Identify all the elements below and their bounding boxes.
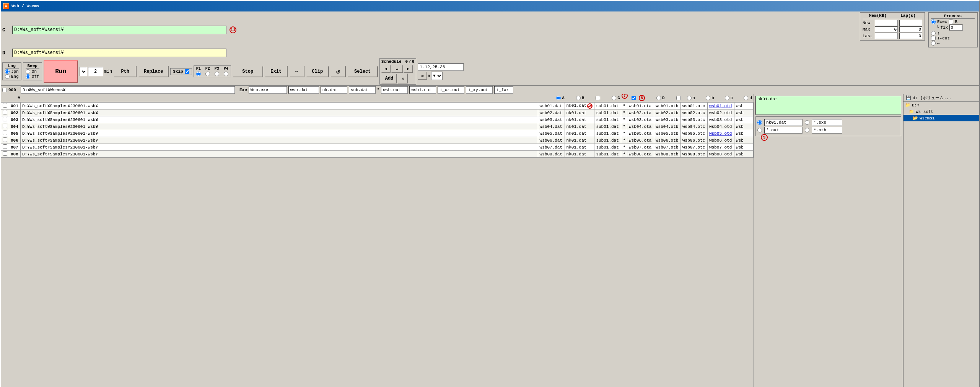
now-mem[interactable]	[875, 20, 898, 26]
run-button[interactable]: Run	[44, 60, 78, 83]
row-check-002[interactable]	[3, 110, 7, 114]
filter1-input2[interactable]	[812, 119, 842, 126]
tree-item-wsems[interactable]: 📂 Wsems1	[903, 115, 979, 121]
path-d-label: D	[2, 50, 9, 56]
filter-row-2	[757, 127, 899, 134]
c-label-h: C	[617, 96, 620, 100]
max-mem[interactable]	[875, 26, 898, 33]
range-dropdown[interactable]: ▼	[431, 72, 443, 80]
proc-radio3[interactable]	[931, 41, 936, 46]
stop-button[interactable]: Stop	[233, 66, 263, 77]
row-check-007[interactable]	[3, 144, 7, 149]
beep-on-radio[interactable]	[26, 69, 30, 74]
min-input[interactable]	[88, 67, 103, 76]
filter1-input1[interactable]	[764, 119, 803, 126]
path-d-input[interactable]	[12, 49, 226, 57]
table-area: # A B	[1, 94, 754, 387]
add-button[interactable]: Add	[381, 73, 397, 83]
p2-radio[interactable]	[205, 72, 210, 76]
filter2-radio2[interactable]	[805, 128, 809, 132]
clip-button[interactable]: Clip	[306, 66, 329, 77]
max-lap[interactable]	[899, 26, 922, 33]
tcut-check[interactable]	[931, 36, 936, 41]
out3-000[interactable]	[438, 86, 464, 94]
row-check-001[interactable]	[3, 103, 7, 108]
last-lap[interactable]	[899, 33, 922, 39]
exe-path-input[interactable]	[21, 86, 235, 94]
schedule-box: Schedule 0 / 0 ◄ ↵ ► Add ✕	[379, 58, 417, 85]
b-checkbox[interactable]	[949, 20, 953, 24]
select-button[interactable]: Select	[347, 66, 378, 77]
refresh-button[interactable]: ↺	[330, 66, 346, 77]
row-check-008[interactable]	[3, 151, 7, 156]
filter2-input2[interactable]	[812, 127, 842, 134]
abcd-lower-radios: a b c d	[687, 96, 752, 100]
a-radio[interactable]	[556, 96, 561, 100]
replace-button[interactable]: Replace	[138, 66, 169, 77]
beep-off-radio[interactable]	[26, 74, 30, 79]
out2-000[interactable]	[409, 86, 436, 94]
out5-000[interactable]	[494, 86, 513, 94]
wsb-dat-000[interactable]	[288, 86, 319, 94]
folder-wsems-icon: 📂	[913, 116, 918, 121]
link-cell[interactable]: wsb05.otd	[709, 131, 732, 136]
swap-button[interactable]: ⇄	[418, 72, 427, 80]
schedule-val1: 0	[405, 59, 408, 64]
jpn-radio[interactable]	[5, 69, 10, 74]
exe-input[interactable]	[249, 86, 287, 94]
eng-radio[interactable]	[5, 74, 10, 79]
tree-item-wssoft[interactable]: 📁 Ws_soft	[903, 108, 979, 115]
exec-radio[interactable]	[931, 20, 936, 24]
b-radio[interactable]	[576, 96, 581, 100]
fix-input[interactable]	[949, 24, 963, 31]
proc-radio2[interactable]	[931, 31, 936, 36]
data-table: 001 D:¥Ws_soft¥Samples¥230601-wsb¥ wsb01…	[1, 102, 754, 158]
tcut-label: T-cut	[937, 36, 950, 41]
now-lap[interactable]	[899, 20, 922, 26]
path-c-input[interactable]	[12, 26, 226, 34]
d-radio[interactable]	[656, 96, 661, 100]
c-radio[interactable]	[612, 96, 616, 100]
sched-left-button[interactable]: ◄	[381, 65, 391, 73]
out1-000[interactable]	[381, 86, 408, 94]
skip-checkbox[interactable]	[185, 69, 189, 74]
bc-check[interactable]	[596, 96, 600, 100]
row-check-006[interactable]	[3, 137, 7, 142]
tree-item-d[interactable]: 📁 D:¥	[903, 102, 979, 108]
dl-radio[interactable]	[744, 96, 748, 100]
sub-dat-000[interactable]	[349, 86, 376, 94]
sched-mid-button[interactable]: ↵	[391, 65, 403, 73]
last-mem[interactable]	[875, 33, 898, 39]
filter1-radio2[interactable]	[805, 120, 809, 125]
range-input[interactable]	[418, 63, 464, 71]
filter1-radio1[interactable]	[757, 120, 762, 125]
out4-000[interactable]	[466, 86, 493, 94]
d-check[interactable]	[676, 96, 681, 100]
sched-right-button[interactable]: ►	[404, 65, 413, 73]
x-button[interactable]: ✕	[398, 73, 408, 83]
table-row: 002 D:¥Ws_soft¥Samples¥230601-wsb¥ wsb02…	[1, 109, 754, 116]
c-check2[interactable]	[632, 96, 636, 100]
timer-dropdown[interactable]: ▼	[80, 67, 87, 76]
double-arrow-button[interactable]: ↔	[289, 66, 304, 77]
left-arrow-icon: ←	[937, 41, 940, 46]
filter2-input1[interactable]	[764, 127, 803, 134]
p1-radio[interactable]	[196, 72, 201, 76]
filter2-radio1[interactable]	[757, 128, 762, 132]
exit-button[interactable]: Exit	[265, 66, 288, 77]
link-cell[interactable]: wsb01.otd	[709, 104, 732, 108]
bl-radio[interactable]	[706, 96, 710, 100]
table-container[interactable]: 001 D:¥Ws_soft¥Samples¥230601-wsb¥ wsb01…	[1, 102, 754, 387]
p3-radio[interactable]	[215, 72, 219, 76]
row000-check[interactable]	[2, 88, 7, 92]
pth-button[interactable]: Pth	[114, 66, 137, 77]
row-check-004[interactable]	[3, 124, 7, 128]
nk-dat-000[interactable]	[321, 86, 347, 94]
jpn-label: Jpn	[11, 69, 19, 74]
cl-radio[interactable]	[725, 96, 729, 100]
p4-radio[interactable]	[224, 72, 228, 76]
window-title: Wsb / Wsems	[11, 4, 39, 8]
al-radio[interactable]	[687, 96, 692, 100]
row-check-003[interactable]	[3, 117, 7, 121]
row-check-005[interactable]	[3, 131, 7, 135]
